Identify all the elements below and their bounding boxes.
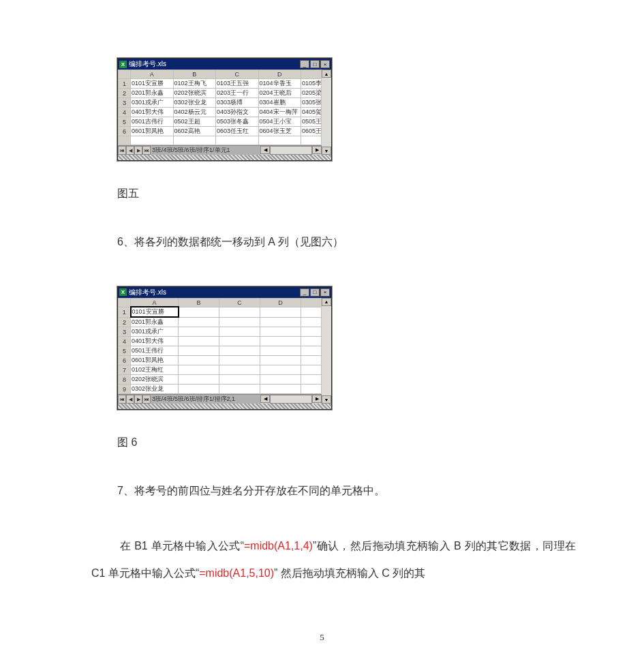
formula2: =midb(A1,5,10): [199, 567, 274, 579]
body-paragraph: 在 B1 单元格中输入公式“=midb(A1,1,4)”确认，然后拖动填充柄输入…: [91, 532, 576, 587]
scroll-down-icon: ▼: [322, 147, 331, 155]
scroll-right-icon: ▶: [312, 395, 322, 403]
col-header: A: [131, 298, 179, 307]
body-t1: 在 B1 单元格中输入公式“: [120, 540, 244, 552]
tab-nav-prev-icon: ◀: [126, 146, 134, 155]
cell-a1-selected: 0101安宣勝: [131, 307, 179, 317]
scroll-down-icon: ▼: [322, 395, 331, 404]
close-icon: ×: [320, 60, 330, 68]
figure6-excel-window: X 编排考号.xls _ □ × A B C: [117, 286, 332, 410]
col-header: D: [260, 298, 301, 307]
col-header: [301, 70, 322, 79]
minimize-icon: _: [300, 288, 309, 297]
figure5-grid: A B C D 10101安宣勝0102王梅飞0103王五强0104辛香玉010…: [118, 70, 322, 145]
tab-nav-first-icon: ⏮: [118, 146, 126, 155]
figure5-caption: 图五: [117, 187, 576, 201]
tab-nav-prev-icon: ◀: [126, 395, 134, 404]
scroll-right-icon: ▶: [312, 146, 322, 154]
tab-nav-first-icon: ⏮: [118, 395, 126, 404]
figure6-tabstrip: 3班/4班/5班/6班/排序1/排序2,1: [151, 395, 260, 404]
maximize-icon: □: [310, 288, 320, 297]
scroll-up-icon: ▲: [322, 298, 331, 306]
tab-nav-last-icon: ⏭: [142, 146, 151, 155]
tab-nav-next-icon: ▶: [134, 146, 142, 155]
step7-text: 7、将考号的前四位与姓名分开存放在不同的单元格中。: [117, 479, 576, 504]
excel-icon: X: [119, 61, 127, 68]
step6-text: 6、将各列的数据都统一移动到 A 列（见图六）: [117, 230, 576, 255]
tab-nav-next-icon: ▶: [134, 395, 142, 404]
formula1: =midb(A1,1,4): [244, 540, 313, 552]
figure5-titlebar: X 编排考号.xls _ □ ×: [118, 59, 331, 70]
body-t3: ” 然后拖动填充柄输入 C 列的其: [274, 567, 425, 579]
page-number: 5: [0, 632, 644, 643]
figure5-title: 编排考号.xls: [129, 59, 300, 69]
scroll-left-icon: ◀: [260, 395, 270, 403]
tab-nav-last-icon: ⏭: [142, 395, 151, 404]
scroll-up-icon: ▲: [322, 70, 331, 78]
col-header: [301, 298, 322, 307]
col-header: A: [131, 70, 174, 79]
figure6-grid: A B C D 10101安宣勝 20201郭永鑫 30301戎承广 40401…: [118, 298, 322, 395]
vertical-scrollbar: ▲ ▼: [322, 70, 331, 155]
figure6-title: 编排考号.xls: [129, 288, 300, 297]
resize-hatching: [118, 404, 331, 409]
excel-icon: X: [119, 288, 127, 296]
vertical-scrollbar: ▲ ▼: [322, 298, 331, 404]
close-icon: ×: [320, 288, 330, 297]
minimize-icon: _: [300, 60, 309, 68]
figure5-excel-window: X 编排考号.xls _ □ × A B C: [117, 58, 332, 161]
col-header: B: [179, 298, 219, 307]
resize-hatching: [118, 155, 331, 160]
col-header: D: [258, 70, 301, 79]
figure5-tabstrip: 3班/4班/5班/6班/排序1/单元1: [151, 146, 260, 155]
figure5-tabbar: ⏮ ◀ ▶ ⏭ 3班/4班/5班/6班/排序1/单元1 ◀ ▶: [118, 145, 322, 155]
scroll-left-icon: ◀: [260, 146, 270, 154]
col-header: C: [219, 298, 260, 307]
figure6-tabbar: ⏮ ◀ ▶ ⏭ 3班/4班/5班/6班/排序1/排序2,1 ◀ ▶: [118, 394, 322, 404]
col-header: C: [216, 70, 259, 79]
maximize-icon: □: [310, 60, 320, 68]
col-header: B: [173, 70, 216, 79]
figure6-titlebar: X 编排考号.xls _ □ ×: [118, 287, 331, 298]
figure6-caption: 图 6: [117, 436, 576, 450]
